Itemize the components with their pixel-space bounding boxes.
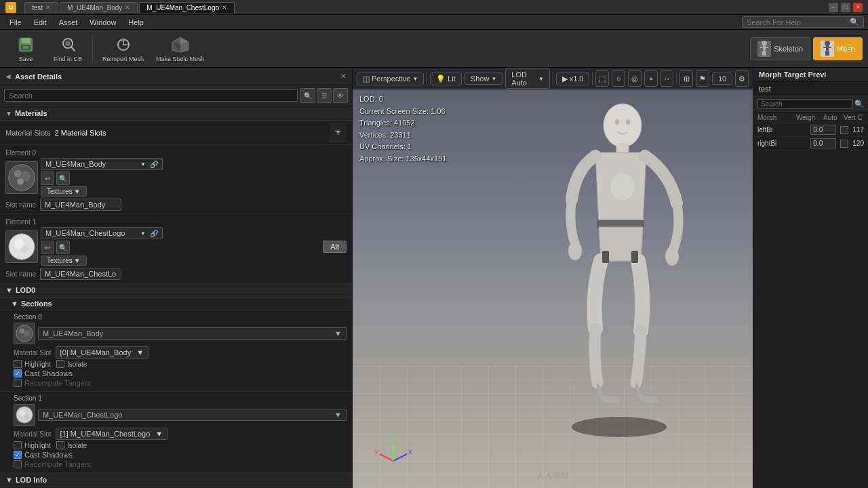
section-1-recompute-checkbox[interactable] [14,460,22,468]
svg-text:Z: Z [391,436,395,443]
menu-file[interactable]: File [4,17,27,28]
make-static-mesh-button[interactable]: Make Static Mesh [151,33,210,65]
section-0-isolate-checkbox[interactable] [56,360,64,368]
element-0-textures-btn[interactable]: Textures ▼ [41,186,87,197]
tab-body-close[interactable]: ✕ [125,4,130,11]
sections-arrow: ▼ [11,300,18,308]
viewport-watermark: 人人素材 [536,470,569,481]
perspective-dropdown[interactable]: ◫ Perspective ▼ [357,73,424,85]
element-1-slot-name-row: Slot name [5,268,347,280]
search-input[interactable] [4,89,298,102]
filter-button[interactable]: 👁 [333,88,348,103]
svg-rect-1 [22,38,30,43]
section-1-mat-dropdown[interactable]: M_UE4Man_ChestLogo ▼ [38,409,347,421]
tab-chestlogo[interactable]: M_UE4Man_ChestLogo ✕ [139,2,235,13]
panel-content[interactable]: ▼ Materials Material Slots 2 Material Sl… [0,106,352,488]
menu-window[interactable]: Window [84,17,121,28]
element-0-link-icon[interactable]: 🔗 [150,161,158,168]
element-0-dropdown-arrow: ▼ [140,161,146,167]
section-1-cast-shadows-checkbox[interactable] [14,451,22,459]
tab-chestlogo-close[interactable]: ✕ [222,4,227,11]
materials-section-header[interactable]: ▼ Materials [0,106,352,121]
lit-button[interactable]: 💡 Lit [430,73,462,85]
morph-search-input[interactable] [757,99,853,109]
help-search-area[interactable]: 🔍 [742,16,864,28]
section-1-mat-slot-dropdown[interactable]: [1] M_UE4Man_ChestLogo ▼ [56,428,168,440]
add-material-slot-button[interactable]: + [330,123,347,142]
section-1-mat-name: M_UE4Man_ChestLogo [43,411,122,419]
section-0-highlight-checkbox[interactable] [14,360,22,368]
element-1-info: M_UE4Man_ChestLogo ▼ 🔗 ↩ 🔍 Textures ▼ [41,227,320,266]
viewport-icon-btn-1[interactable]: ⬚ [595,70,609,87]
lod-auto-button[interactable]: LOD Auto ▼ [505,68,550,89]
info-size: Approx. Size: 135x44x191 [359,153,446,165]
element-0-dropdown[interactable]: M_UE4Man_Body ▼ 🔗 [41,158,163,170]
section-0-header: Section 0 [14,313,347,321]
element-1-link-icon[interactable]: 🔗 [150,230,158,237]
lit-icon: 💡 [436,75,446,83]
section-0-cast-shadows-checkbox[interactable] [14,369,22,378]
viewport[interactable]: ◫ Perspective ▼ 💡 Lit Show ▼ LOD Auto ▼ … [353,68,753,488]
reimport-mesh-button[interactable]: Reimport Mesh [97,33,149,65]
viewport-grid-btn[interactable]: ⊞ [679,70,693,87]
section-1-mat-slot-value: [1] M_UE4Man_ChestLogo [60,430,151,438]
section-0-mat-slot-dropdown[interactable]: [0] M_UE4Man_Body ▼ [56,346,149,359]
viewport-settings-btn[interactable]: ⚙ [735,70,749,87]
section-0-mat-name: M_UE4Man_Body [43,329,103,338]
morph-search-icon[interactable]: 🔍 [854,100,864,108]
alt-button[interactable]: Alt [323,241,347,253]
save-button[interactable]: Save [5,33,46,65]
help-search-input[interactable] [747,18,850,26]
show-button[interactable]: Show ▼ [465,73,502,85]
close-button[interactable]: ✕ [853,3,863,12]
view-mode-buttons: Skeleton Mesh [750,37,863,60]
element-1-textures[interactable]: Textures ▼ [41,254,320,266]
menu-help[interactable]: Help [123,17,149,28]
element-0-back-button[interactable]: ↩ [41,171,54,185]
slot-name-input-1[interactable] [40,268,121,280]
viewport-flag-btn[interactable]: ⚑ [696,70,709,87]
panel-expand-icon[interactable]: ◀ [5,73,11,80]
section-0-mat-dropdown[interactable]: M_UE4Man_Body ▼ [38,327,347,340]
lod-info-header[interactable]: ▼ LOD Info [0,473,352,487]
sections-subheader[interactable]: ▼ Sections [0,298,352,310]
element-1-back-button[interactable]: ↩ [41,241,54,254]
minimize-button[interactable]: ─ [829,3,838,12]
morph-row-1-weight[interactable] [810,138,836,148]
element-1-search-button[interactable]: 🔍 [56,241,70,254]
play-button[interactable]: ▶ x1.0 [556,73,590,85]
element-1-block: Element 1 M_UE4Man_ChestLogo ▼ � [0,214,352,283]
view-toggle-button[interactable]: ☰ [317,88,332,103]
find-in-cb-button[interactable]: Find in CB [47,33,88,65]
panel-close-icon[interactable]: ✕ [340,72,347,81]
mesh-button[interactable]: Mesh [813,37,863,60]
tab-test[interactable]: test ✕ [24,2,58,13]
search-button[interactable]: 🔍 [300,88,315,103]
slot-name-input-0[interactable] [40,199,121,211]
info-uv: UV Channels: 1 [359,141,446,153]
section-0-recompute-checkbox[interactable] [14,379,22,387]
viewport-icon-btn-3[interactable]: ◎ [628,70,642,87]
element-1-dropdown[interactable]: M_UE4Man_ChestLogo ▼ 🔗 [41,227,163,239]
section-1-item: Section 1 M_UE4Man_ChestLogo ▼ [0,392,352,473]
skeleton-button[interactable]: Skeleton [750,37,810,60]
element-0-search-button[interactable]: 🔍 [56,171,70,185]
tab-body[interactable]: M_UE4Man_Body ✕ [60,2,138,13]
tab-test-close[interactable]: ✕ [45,4,51,11]
viewport-icon-btn-2[interactable]: ○ [612,70,625,87]
morph-row-0-auto-checkbox[interactable] [840,126,848,134]
element-0-textures[interactable]: Textures ▼ [41,185,347,197]
menu-asset[interactable]: Asset [54,17,83,28]
morph-row-1-auto-checkbox[interactable] [840,140,848,148]
menu-edit[interactable]: Edit [28,17,52,28]
maximize-button[interactable]: □ [841,3,850,12]
section-1-highlight-checkbox[interactable] [14,441,22,449]
section-1-isolate-checkbox[interactable] [56,441,64,449]
element-1-textures-btn[interactable]: Textures ▼ [41,256,87,266]
viewport-icon-btn-4[interactable]: ⌖ [644,70,658,87]
lod0-header[interactable]: ▼ LOD0 [0,283,352,298]
element-1-label: Element 1 [5,217,347,227]
viewport-axes: X Z Y [373,434,407,468]
morph-row-0-weight[interactable] [810,125,836,135]
viewport-icon-btn-5[interactable]: ↔ [660,70,674,87]
